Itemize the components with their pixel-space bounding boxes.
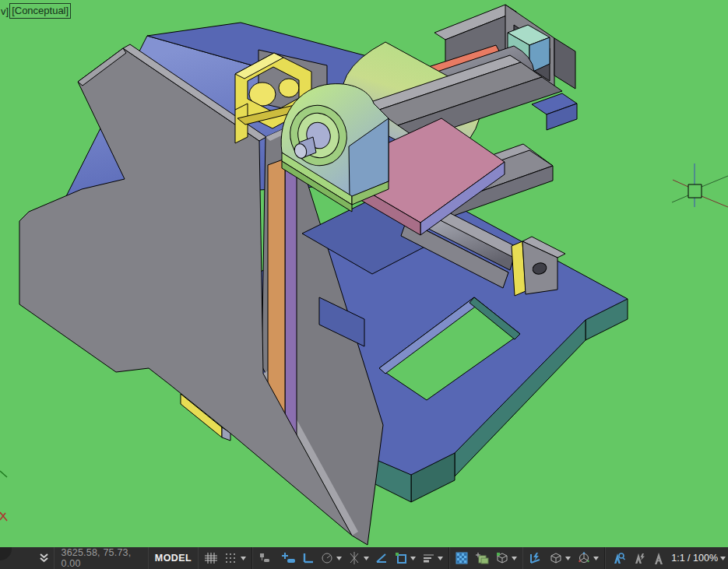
lineweight-icon[interactable] xyxy=(419,547,446,569)
dropdown-arrow-icon[interactable] xyxy=(720,557,726,560)
autocad-window: v][Conceptual] 3625.58, 75.73, 0.00 MODE… xyxy=(0,0,728,569)
polar-tracking-icon[interactable] xyxy=(318,547,345,569)
transparency-icon[interactable] xyxy=(452,547,472,569)
3d-model-scene xyxy=(0,0,728,547)
annotation-scale-icon[interactable] xyxy=(649,547,668,569)
gizmo-icon[interactable] xyxy=(574,547,602,569)
object-snap-settings-icon[interactable] xyxy=(392,547,419,569)
object-snap-icon[interactable] xyxy=(372,547,392,569)
annotation-visibility-icon[interactable] xyxy=(608,547,629,569)
column-purple[interactable] xyxy=(285,148,297,441)
drawing-viewport[interactable]: v][Conceptual] xyxy=(0,0,728,547)
status-tray-chevron-icon[interactable] xyxy=(39,553,49,564)
dropdown-arrow-icon[interactable] xyxy=(410,557,416,560)
annotation-autoscale-icon[interactable] xyxy=(629,547,649,569)
infer-constraints-icon[interactable] xyxy=(255,547,274,569)
dropdown-arrow-icon[interactable] xyxy=(512,557,517,560)
3d-object-snap-icon[interactable] xyxy=(492,547,520,569)
grid-display-icon[interactable] xyxy=(201,547,221,569)
object-snap-tracking-icon[interactable] xyxy=(345,547,372,569)
viewport-label-prefix: v] xyxy=(1,5,9,18)
crosshair-cursor xyxy=(672,163,728,207)
coordinates-display[interactable]: 3625.58, 75.73, 0.00 xyxy=(54,547,148,569)
snap-mode-icon[interactable] xyxy=(221,547,249,569)
status-bar: 3625.58, 75.73, 0.00 MODEL xyxy=(0,547,728,569)
dynamic-input-icon[interactable] xyxy=(279,547,299,569)
dropdown-arrow-icon[interactable] xyxy=(438,557,443,560)
dropdown-arrow-icon[interactable] xyxy=(336,557,342,560)
dynamic-ucs-icon[interactable] xyxy=(526,547,546,569)
selection-cycling-icon[interactable] xyxy=(472,547,492,569)
ortho-mode-icon[interactable] xyxy=(299,547,318,569)
dropdown-arrow-icon[interactable] xyxy=(565,557,571,560)
viewport-controls[interactable]: v][Conceptual] xyxy=(1,3,71,19)
dropdown-arrow-icon[interactable] xyxy=(241,557,246,560)
selection-filtering-icon[interactable] xyxy=(546,547,574,569)
visual-style-control[interactable]: [Conceptual] xyxy=(9,3,71,19)
dropdown-arrow-icon[interactable] xyxy=(364,557,369,560)
annotation-scale-value[interactable]: 1:1 / 100% xyxy=(668,553,726,564)
dropdown-arrow-icon[interactable] xyxy=(593,557,599,560)
model-space-button[interactable]: MODEL xyxy=(149,547,199,569)
ucs-icon xyxy=(0,471,7,521)
